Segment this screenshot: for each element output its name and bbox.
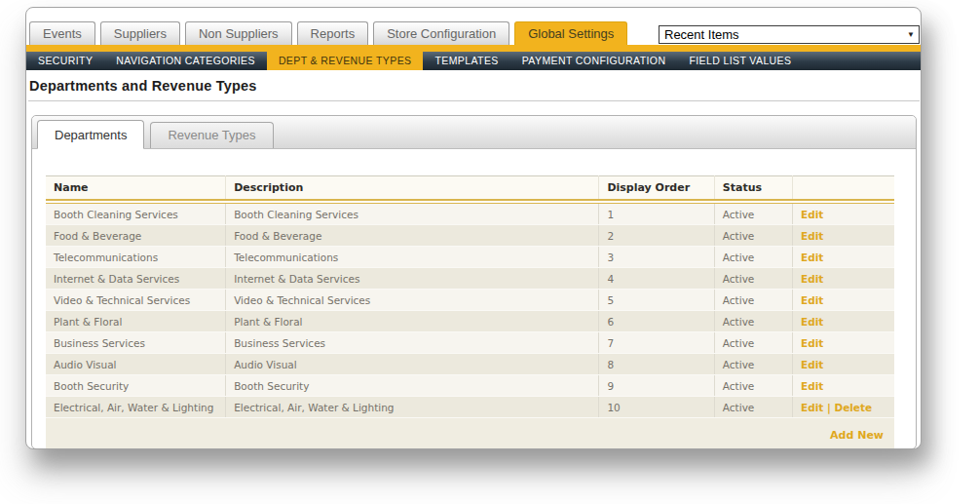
cell-status: Active [714,247,792,268]
cell-actions: Edit [792,204,894,225]
table-footer: Add New [46,418,894,449]
cell-name: Plant & Floral [46,311,226,332]
cell-status: Active [714,397,792,418]
table-row: Plant & FloralPlant & Floral6ActiveEdit [46,311,894,332]
cell-description: Booth Cleaning Services [226,204,599,225]
table-row: Internet & Data ServicesInternet & Data … [46,268,894,290]
sub-nav-item-dept-revenue-types[interactable]: DEPT & REVENUE TYPES [267,52,424,70]
dept-revenue-panel: DepartmentsRevenue Types NameDescription… [31,115,917,449]
cell-display-order: 9 [599,375,714,397]
cell-display-order: 3 [599,247,714,268]
column-header-actions [792,176,894,201]
cell-name: Booth Security [46,375,226,397]
cell-display-order: 5 [599,290,714,311]
cell-description: Video & Technical Services [226,290,599,311]
top-tab-global-settings[interactable]: Global Settings [514,21,627,45]
edit-link[interactable]: Edit [801,359,823,370]
cell-actions: Edit [792,290,894,311]
app-window: EventsSuppliersNon SuppliersReportsStore… [25,7,922,449]
cell-name: Telecommunications [46,247,226,268]
cell-name: Audio Visual [46,354,226,375]
column-header-display-order: Display Order [599,176,714,201]
cell-description: Electrical, Air, Water & Lighting [226,397,599,418]
sub-nav-item-field-list-values[interactable]: FIELD LIST VALUES [677,52,803,70]
add-new-link[interactable]: Add New [830,429,884,442]
top-tab-suppliers[interactable]: Suppliers [100,21,180,45]
panel-tab-revenue-types[interactable]: Revenue Types [150,122,273,148]
accent-strip [26,45,921,52]
cell-name: Food & Beverage [46,225,226,247]
page-title: Departments and Revenue Types [29,78,920,94]
cell-display-order: 10 [599,397,714,418]
cell-description: Internet & Data Services [226,268,599,290]
cell-actions: Edit [792,354,894,375]
recent-items-value: Recent Items [664,27,739,42]
edit-link[interactable]: Edit [801,230,823,242]
cell-actions: Edit [792,375,894,397]
column-header-status: Status [714,176,792,201]
table-footer-row: Add New [46,418,894,449]
page-heading-area: Departments and Revenue Types [26,70,921,101]
cell-status: Active [714,225,792,247]
panel-tab-bar: DepartmentsRevenue Types [32,116,916,149]
cell-display-order: 2 [599,225,714,247]
cell-display-order: 8 [599,354,714,375]
edit-link[interactable]: Edit [801,294,823,306]
recent-items-dropdown[interactable]: Recent Items ▼ [659,25,920,44]
sub-nav-item-templates[interactable]: TEMPLATES [423,52,509,70]
table-row: Food & BeverageFood & Beverage2ActiveEdi… [46,225,894,247]
edit-link[interactable]: Edit [801,252,823,263]
panel-tab-departments[interactable]: Departments [37,120,144,149]
edit-link[interactable]: Edit [801,273,823,285]
cell-description: Business Services [226,332,599,354]
cell-status: Active [714,375,792,397]
cell-status: Active [714,204,792,225]
table-row: TelecommunicationsTelecommunications3Act… [46,247,894,268]
cell-description: Plant & Floral [226,311,599,332]
departments-table-wrap: NameDescriptionDisplay OrderStatus Booth… [46,175,894,448]
table-row: Audio VisualAudio Visual8ActiveEdit [46,354,894,375]
delete-link[interactable]: Delete [834,402,872,413]
table-row: Business ServicesBusiness Services7Activ… [46,332,894,354]
cell-display-order: 7 [599,332,714,354]
cell-status: Active [714,354,792,375]
settings-sub-nav: SECURITYNAVIGATION CATEGORIESDEPT & REVE… [26,52,921,70]
table-row: Booth SecurityBooth Security9ActiveEdit [46,375,894,397]
action-separator: | [823,402,834,413]
column-header-description: Description [226,176,599,201]
cell-actions: Edit | Delete [792,397,894,418]
cell-status: Active [714,268,792,290]
chevron-down-icon: ▼ [907,30,915,40]
cell-actions: Edit [792,225,894,247]
edit-link[interactable]: Edit [801,402,823,413]
cell-display-order: 1 [599,204,714,225]
table-header-row: NameDescriptionDisplay OrderStatus [46,176,894,201]
top-tab-store-configuration[interactable]: Store Configuration [373,21,509,45]
cell-name: Internet & Data Services [46,268,226,290]
cell-status: Active [714,290,792,311]
table-row: Booth Cleaning ServicesBooth Cleaning Se… [46,204,894,225]
sub-nav-item-navigation-categories[interactable]: NAVIGATION CATEGORIES [104,52,267,70]
cell-actions: Edit [792,332,894,354]
top-tab-events[interactable]: Events [29,21,95,45]
edit-link[interactable]: Edit [801,209,823,220]
edit-link[interactable]: Edit [801,316,823,328]
cell-actions: Edit [792,311,894,332]
cell-status: Active [714,311,792,332]
top-tab-group: EventsSuppliersNon SuppliersReportsStore… [29,27,632,44]
cell-description: Telecommunications [226,247,599,268]
table-header: NameDescriptionDisplay OrderStatus [46,176,894,204]
table-body: Booth Cleaning ServicesBooth Cleaning Se… [46,204,894,418]
cell-name: Electrical, Air, Water & Lighting [46,397,226,418]
cell-description: Booth Security [226,375,599,397]
sub-nav-item-payment-configuration[interactable]: PAYMENT CONFIGURATION [510,52,678,70]
edit-link[interactable]: Edit [801,337,823,349]
sub-nav-item-security[interactable]: SECURITY [26,52,104,70]
top-tab-non-suppliers[interactable]: Non Suppliers [185,21,292,45]
column-header-name: Name [46,176,226,201]
top-tab-reports[interactable]: Reports [297,21,369,45]
title-divider [28,100,920,101]
cell-name: Booth Cleaning Services [46,204,226,225]
cell-name: Business Services [46,332,226,354]
edit-link[interactable]: Edit [801,380,823,392]
